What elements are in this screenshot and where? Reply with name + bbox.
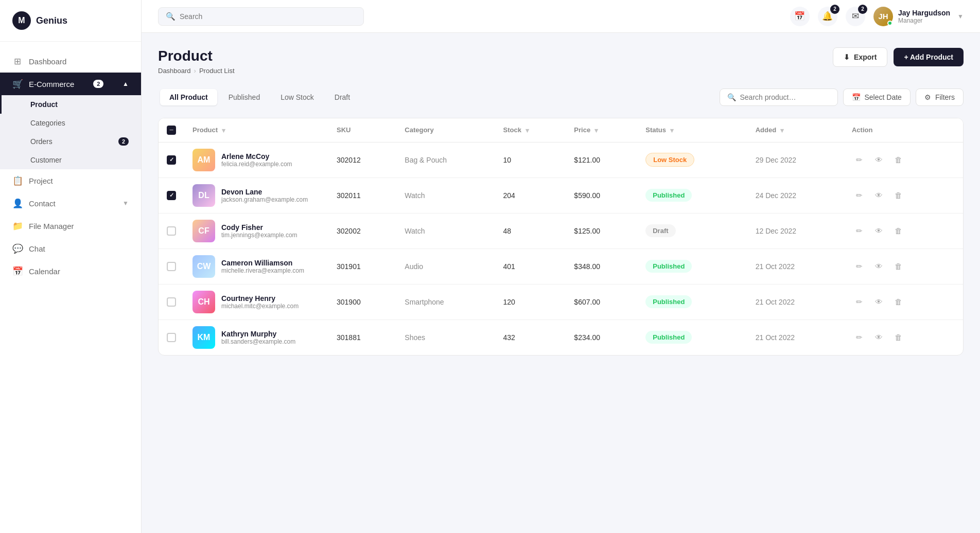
sidebar-item-dashboard[interactable]: ⊞ Dashboard: [0, 50, 141, 73]
sidebar-item-orders[interactable]: Orders 2: [0, 132, 141, 151]
row-price: $234.00: [566, 319, 637, 355]
row-checkbox[interactable]: [167, 155, 176, 165]
th-added: Added ▾: [747, 118, 844, 143]
select-all-checkbox[interactable]: [167, 126, 176, 135]
search-input[interactable]: [180, 12, 356, 21]
row-checkbox[interactable]: [167, 226, 176, 236]
sidebar-item-categories[interactable]: Categories: [0, 114, 141, 132]
sort-product-icon[interactable]: ▾: [222, 127, 225, 134]
status-badge: Draft: [645, 224, 675, 237]
view-icon[interactable]: 👁: [871, 152, 887, 168]
row-checkbox[interactable]: [167, 333, 176, 342]
sort-added-icon[interactable]: ▾: [780, 127, 784, 134]
row-product-cell: CF Cody Fisher tim.jennings@example.com: [184, 213, 328, 248]
delete-icon[interactable]: 🗑: [891, 259, 906, 274]
sidebar-item-chat[interactable]: 💬 Chat: [0, 237, 141, 260]
user-dropdown-arrow[interactable]: ▼: [957, 13, 964, 20]
row-action: ✏ 👁 🗑: [844, 248, 963, 284]
ecommerce-icon: 🛒: [12, 79, 23, 89]
date-filter-button[interactable]: 📅 Select Date: [843, 88, 911, 106]
user-menu[interactable]: JH Jay Hargudson Manager ▼: [873, 7, 964, 26]
sort-price-icon[interactable]: ▾: [594, 127, 598, 134]
tab-low-stock[interactable]: Low Stock: [271, 89, 323, 105]
product-avatar: DL: [192, 184, 215, 207]
message-btn[interactable]: ✉ 2: [846, 7, 865, 26]
delete-icon[interactable]: 🗑: [891, 188, 906, 203]
row-action: ✏ 👁 🗑: [844, 142, 963, 177]
delete-icon[interactable]: 🗑: [891, 223, 906, 239]
row-status: Published: [637, 284, 747, 319]
tab-draft[interactable]: Draft: [325, 89, 359, 105]
sort-status-icon[interactable]: ▾: [670, 127, 674, 134]
edit-icon[interactable]: ✏: [852, 259, 867, 274]
sidebar-item-label: Categories: [30, 119, 65, 127]
add-product-button[interactable]: + Add Product: [894, 48, 964, 66]
app-logo[interactable]: M Genius: [0, 0, 141, 42]
edit-icon[interactable]: ✏: [852, 152, 867, 168]
status-badge: Low Stock: [645, 153, 694, 167]
delete-icon[interactable]: 🗑: [891, 152, 906, 168]
edit-icon[interactable]: ✏: [852, 188, 867, 203]
sidebar-item-label: Dashboard: [29, 57, 66, 66]
edit-icon[interactable]: ✏: [852, 330, 867, 345]
project-icon: 📋: [12, 175, 23, 186]
sidebar-item-filemanager[interactable]: 📁 File Manager: [0, 215, 141, 237]
calendar-header-btn[interactable]: 📅: [790, 7, 810, 26]
product-search-bar[interactable]: 🔍: [720, 88, 838, 106]
row-checkbox[interactable]: [167, 262, 176, 271]
row-category: Watch: [396, 177, 495, 213]
th-stock: Stock ▾: [495, 118, 566, 143]
sidebar-item-product[interactable]: Product: [0, 95, 141, 114]
delete-icon[interactable]: 🗑: [891, 294, 906, 310]
sort-stock-icon[interactable]: ▾: [526, 127, 529, 134]
export-button[interactable]: ⬇ Export: [833, 47, 887, 67]
edit-icon[interactable]: ✏: [852, 294, 867, 310]
search-bar[interactable]: 🔍: [158, 7, 364, 26]
sidebar-item-label: Calendar: [29, 267, 60, 276]
product-avatar: CF: [192, 220, 215, 242]
sidebar-item-calendar[interactable]: 📅 Calendar: [0, 260, 141, 282]
notification-btn[interactable]: 🔔 2: [818, 7, 837, 26]
sidebar-item-label: Product: [30, 100, 58, 109]
search-product-icon: 🔍: [727, 93, 736, 101]
message-icon: ✉: [852, 11, 859, 22]
row-stock: 10: [495, 142, 566, 177]
filter-right: 🔍 📅 Select Date ⚙ Filters: [720, 88, 964, 106]
delete-icon[interactable]: 🗑: [891, 330, 906, 345]
breadcrumb-home[interactable]: Dashboard: [158, 67, 191, 75]
ecommerce-badge: 2: [93, 80, 103, 88]
row-stock: 204: [495, 177, 566, 213]
view-icon[interactable]: 👁: [871, 223, 887, 239]
action-icons: ✏ 👁 🗑: [852, 188, 955, 203]
row-checkbox[interactable]: [167, 191, 176, 200]
row-product-cell: KM Kathryn Murphy bill.sanders@example.c…: [184, 319, 328, 355]
header-icons: 📅 🔔 2 ✉ 2 JH Jay Hargudson Manager ▼: [790, 7, 964, 26]
view-icon[interactable]: 👁: [871, 330, 887, 345]
status-badge: Published: [645, 331, 692, 344]
product-search-input[interactable]: [740, 93, 830, 101]
row-added: 21 Oct 2022: [747, 319, 844, 355]
row-status: Low Stock: [637, 142, 747, 177]
table-header-row: Product ▾ SKU Category Stock ▾ Price ▾: [159, 118, 963, 143]
sidebar-item-customer[interactable]: Customer: [0, 151, 141, 169]
view-icon[interactable]: 👁: [871, 259, 887, 274]
product-name: Devon Lane: [221, 188, 308, 196]
tab-published[interactable]: Published: [219, 89, 270, 105]
edit-icon[interactable]: ✏: [852, 223, 867, 239]
product-email: felicia.reid@example.com: [221, 161, 292, 168]
view-icon[interactable]: 👁: [871, 294, 887, 310]
filters-button[interactable]: ⚙ Filters: [916, 88, 964, 106]
product-email: bill.sanders@example.com: [221, 338, 295, 345]
sidebar-item-project[interactable]: 📋 Project: [0, 169, 141, 192]
row-product-cell: AM Arlene McCoy felicia.reid@example.com: [184, 142, 328, 177]
row-sku: 301881: [328, 319, 396, 355]
row-checkbox-cell: [159, 177, 184, 213]
sidebar-item-ecommerce[interactable]: 🛒 E-Commerce 2 ▲: [0, 73, 141, 95]
product-info-cell: CW Cameron Williamson michelle.rivera@ex…: [192, 255, 320, 278]
product-avatar: CH: [192, 291, 215, 313]
tab-all-product[interactable]: All Product: [160, 89, 217, 105]
export-label: Export: [854, 53, 877, 61]
view-icon[interactable]: 👁: [871, 188, 887, 203]
sidebar-item-contact[interactable]: 👤 Contact ▼: [0, 192, 141, 215]
row-checkbox[interactable]: [167, 297, 176, 307]
